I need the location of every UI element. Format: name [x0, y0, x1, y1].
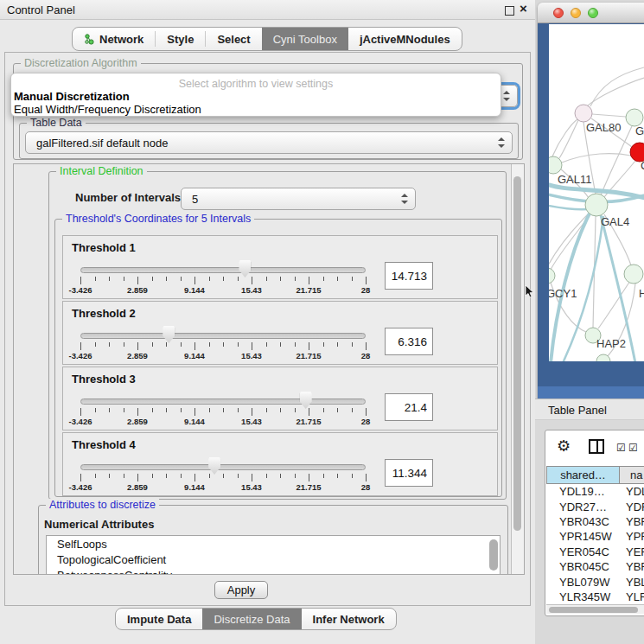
minor-tick — [280, 474, 281, 478]
major-tick — [137, 474, 138, 481]
attribute-list-item[interactable]: TopologicalCoefficient — [47, 552, 500, 567]
network-canvas[interactable]: GAL80GACGAL11GAL4GCY1HHAP2 — [549, 24, 644, 361]
checkbox-icon[interactable]: ☑ — [616, 442, 626, 454]
tab-infer-network[interactable]: Infer Network — [302, 609, 396, 629]
zoom-traffic-light[interactable] — [588, 8, 598, 18]
gal4-node[interactable] — [585, 194, 608, 216]
cell-name[interactable]: YLR345W — [620, 590, 644, 603]
minor-tick — [337, 474, 338, 478]
ga-node[interactable] — [626, 109, 643, 126]
group-title: Interval Definition — [56, 165, 147, 177]
minor-tick — [109, 277, 110, 281]
table-row[interactable]: YPR145WYPR145W — [546, 529, 644, 544]
table-body: YDL19…YDL19…YDR27…YDR27…YBR043CYBR043CYP… — [546, 484, 644, 604]
threshold-label: Threshold 1 — [72, 241, 136, 254]
apply-label: Apply — [227, 583, 256, 596]
threshold-slider-track[interactable] — [80, 333, 366, 339]
tab-discretize-data[interactable]: Discretize Data — [202, 609, 301, 629]
table-row[interactable]: YBR045CYBR045C — [546, 559, 644, 574]
tab-style[interactable]: Style — [156, 28, 205, 50]
cell-name[interactable]: YPR145W — [620, 530, 644, 543]
split-columns-icon[interactable] — [589, 439, 604, 454]
minor-tick — [280, 277, 281, 281]
gear-icon[interactable]: ⚙ — [557, 437, 571, 456]
minor-tick — [95, 277, 96, 281]
gcy1-node[interactable] — [549, 268, 555, 284]
cell-shared-name[interactable]: YPR145W — [546, 530, 620, 543]
threshold-label: Threshold 3 — [72, 373, 136, 386]
numerical-attributes-list[interactable]: SelfLoopsTopologicalCoefficientBetweenne… — [46, 535, 501, 575]
cell-shared-name[interactable]: YBL079W — [546, 576, 620, 589]
threshold-slider-track[interactable] — [80, 464, 366, 470]
cell-shared-name[interactable]: YER054C — [546, 545, 620, 558]
apply-button[interactable]: Apply — [214, 581, 268, 599]
cell-name[interactable]: YBR043C — [620, 515, 644, 528]
table-row[interactable]: YBR043CYBR043C — [546, 514, 644, 529]
network-edge — [552, 119, 577, 156]
float-window-icon[interactable] — [505, 6, 514, 16]
column-header-shared-name[interactable]: shared… — [546, 466, 620, 484]
threshold-slider-thumb[interactable] — [300, 392, 312, 409]
cell-shared-name[interactable]: YDL19… — [546, 485, 620, 498]
minor-tick — [181, 474, 182, 478]
cell-name[interactable]: YER054C — [620, 545, 644, 558]
cell-shared-name[interactable]: YDR27… — [546, 501, 620, 513]
table-row[interactable]: YDR27…YDR27… — [546, 499, 644, 513]
threshold-label: Threshold 4 — [72, 438, 136, 451]
threshold-value-field[interactable] — [385, 393, 433, 421]
settings-scroll-panel: Interval Definition Number of Intervals … — [13, 163, 525, 575]
app-screen: Control Panel × Network Style Select Cyn… — [0, 0, 644, 644]
table-row[interactable]: YER054CYER054C — [546, 545, 644, 559]
gal11-node[interactable] — [549, 156, 562, 174]
attribute-list-item[interactable]: BetweennessCentrality — [47, 567, 500, 575]
scrollbar-thumb[interactable] — [513, 176, 521, 531]
cell-shared-name[interactable]: YLR345W — [546, 590, 620, 603]
cell-shared-name[interactable]: YBR045C — [546, 560, 620, 573]
threshold-slider-thumb[interactable] — [163, 326, 175, 343]
table-data-combobox[interactable]: galFiltered.sif default node — [25, 131, 513, 154]
threshold-value-field[interactable] — [385, 328, 433, 355]
minor-tick — [323, 408, 324, 412]
table-row[interactable]: YDL19…YDL19… — [546, 484, 644, 499]
threshold-slider-track[interactable] — [80, 267, 366, 273]
gal80-node[interactable] — [575, 105, 592, 122]
scrollbar-thumb[interactable] — [549, 607, 638, 613]
dropdown-option-equal-width[interactable]: Equal Width/Frequency Discretization — [14, 103, 201, 116]
h-node[interactable] — [624, 265, 643, 284]
threshold-value-field[interactable] — [385, 262, 433, 290]
cell-name[interactable]: YDL19… — [620, 485, 644, 498]
cell-name[interactable]: YDR27… — [620, 501, 644, 513]
minor-tick — [209, 408, 210, 412]
dropdown-option-manual[interactable]: Manual Discretization — [14, 90, 130, 103]
table-row[interactable]: YBL079WYBL079W — [546, 574, 644, 589]
minimize-traffic-light[interactable] — [571, 8, 581, 18]
close-traffic-light[interactable] — [553, 8, 564, 18]
tab-cyni-toolbox[interactable]: Cyni Toolbox — [262, 28, 348, 50]
node-label: GCY1 — [549, 287, 577, 300]
major-tick — [194, 474, 195, 481]
horizontal-scrollbar[interactable] — [546, 604, 644, 614]
settings-vertical-scrollbar[interactable] — [511, 164, 524, 574]
major-tick — [366, 342, 367, 350]
tab-network[interactable]: Network — [73, 28, 155, 50]
tab-impute-data[interactable]: Impute Data — [116, 609, 202, 629]
tab-jactivemnodules[interactable]: jActiveMNodules — [348, 28, 462, 50]
close-icon[interactable]: × — [520, 1, 527, 16]
list-scrollbar[interactable] — [489, 539, 498, 571]
tab-select[interactable]: Select — [206, 28, 261, 50]
cell-shared-name[interactable]: YBR043C — [546, 515, 620, 528]
num-intervals-combobox[interactable]: 5 — [181, 188, 416, 210]
attribute-list-item[interactable]: SelfLoops — [47, 536, 500, 552]
threshold-value-field[interactable] — [385, 459, 433, 487]
cell-name[interactable]: YBL079W — [620, 576, 644, 589]
threshold-slider-thumb[interactable] — [239, 260, 251, 277]
table-row[interactable]: YLR345WYLR345W — [546, 590, 644, 604]
threshold-slider-thumb[interactable] — [208, 457, 220, 475]
threshold-panel: Threshold 2-3.4262.8599.14415.4321.71528 — [62, 301, 498, 365]
tab-label: Select — [217, 33, 250, 46]
threshold-slider-track[interactable] — [80, 399, 366, 405]
minor-tick — [209, 277, 210, 281]
cell-name[interactable]: YBR045C — [620, 560, 644, 573]
column-header-name[interactable]: na — [620, 466, 644, 484]
checkbox-icon[interactable]: ☑ — [628, 442, 638, 454]
